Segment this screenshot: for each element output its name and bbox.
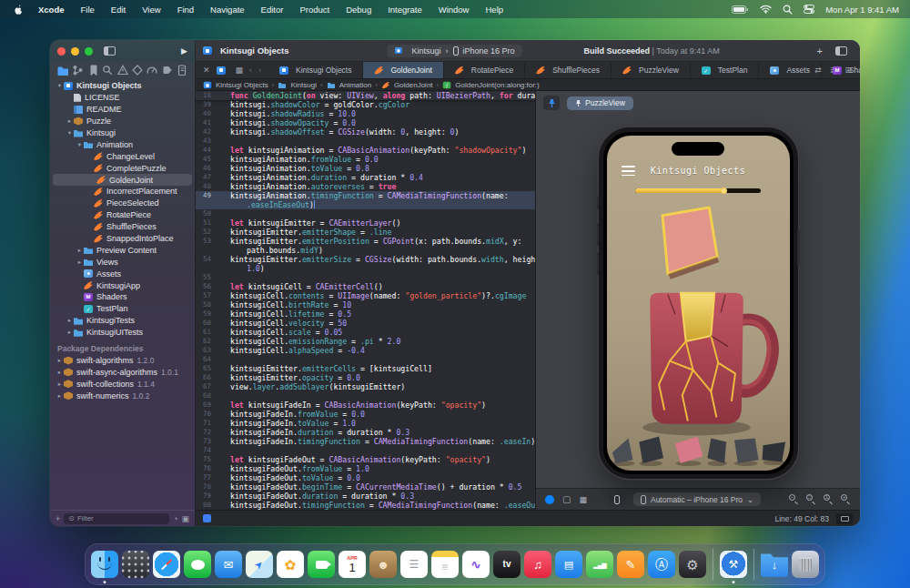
tree-item-goldenjoint[interactable]: GoldenJoint xyxy=(53,174,192,186)
tree-item-puzzle[interactable]: ▸Puzzle xyxy=(50,116,195,127)
menu-editor[interactable]: Editor xyxy=(254,3,291,16)
breadcrumb-item[interactable]: Kintsugi xyxy=(278,81,316,89)
control-center-icon[interactable] xyxy=(804,5,814,14)
code-line[interactable]: 44let kintsugiAnimation = CABasicAnimati… xyxy=(196,146,535,155)
run-destination[interactable]: iPhone 16 Pro xyxy=(463,46,515,56)
menu-navigate[interactable]: Navigate xyxy=(203,3,252,16)
dock-launchpad-icon[interactable] xyxy=(122,551,149,578)
disclosure-right-icon[interactable]: ▸ xyxy=(76,259,84,266)
navigator-tests-icon[interactable] xyxy=(132,65,143,76)
code-line[interactable]: 68 xyxy=(196,391,535,400)
close-tab-icon[interactable]: ✕ xyxy=(203,66,210,75)
menu-file[interactable]: File xyxy=(74,3,102,16)
tree-item-readme[interactable]: README xyxy=(50,104,195,116)
code-line[interactable]: 40kintsugi.shadowRadius = 10.0 xyxy=(196,109,535,118)
code-line[interactable]: 47kintsugiAnimation.duration = duration … xyxy=(196,173,535,182)
code-line[interactable]: 58kintsugiCell.birthRate = 10 xyxy=(196,300,535,309)
code-line[interactable]: 79kintsugiFadeOut.duration = duration * … xyxy=(196,492,535,501)
dock-keynote-icon[interactable]: ▤ xyxy=(555,551,582,578)
simulator-keyboard-icon[interactable] xyxy=(836,513,853,524)
code-line[interactable]: 77kintsugiFadeOut.toValue = 0.0 xyxy=(196,473,535,482)
related-items-icon[interactable]: ⇄ xyxy=(814,66,822,75)
code-line[interactable]: 45kintsugiAnimation.fromValue = 0.0 xyxy=(196,155,535,164)
tab-puzzleview[interactable]: PuzzleView xyxy=(612,62,691,78)
tree-item-testplan[interactable]: ✓TestPlan xyxy=(50,303,195,315)
navigator-source-control-icon[interactable] xyxy=(72,65,83,76)
code-line[interactable]: 75let kintsugiFadeOut = CABasicAnimation… xyxy=(196,455,535,464)
code-line[interactable]: 70kintsugiFadeIn.fromValue = 0.0 xyxy=(196,410,535,419)
disclosure-right-icon[interactable]: ▸ xyxy=(56,380,64,388)
dock-maps-icon[interactable]: ➤ xyxy=(246,551,273,578)
tree-item-shufflepieces[interactable]: ShufflePieces xyxy=(50,221,195,233)
tree-item-kintsugi[interactable]: ▾Kintsugi xyxy=(50,127,195,139)
disclosure-right-icon[interactable]: ▸ xyxy=(66,329,74,336)
zoom-out-button[interactable]: − xyxy=(789,494,799,504)
breadcrumb-item[interactable]: GoldenJoint xyxy=(381,81,433,89)
code-line[interactable]: 56let kintsugiCell = CAEmitterCell() xyxy=(196,282,535,291)
disclosure-right-icon[interactable]: ▸ xyxy=(66,117,74,125)
code-line[interactable]: 57kintsugiCell.contents = UIImage(named:… xyxy=(196,291,535,300)
menu-xcode[interactable]: Xcode xyxy=(31,3,72,16)
tree-item-incorrectplacement[interactable]: IncorrectPlacement xyxy=(50,186,195,198)
code-line[interactable]: 76kintsugiFadeOut.fromValue = 1.0 xyxy=(196,464,535,473)
search-icon[interactable] xyxy=(783,5,793,15)
tree-item-pieceselected[interactable]: PieceSelected xyxy=(50,198,195,209)
tree-item-assets[interactable]: Assets xyxy=(50,268,195,279)
tree-item-kintsugi-objects[interactable]: ▾Kintsugi Objects xyxy=(50,80,195,92)
code-line[interactable]: 59kintsugiCell.lifetime = 0.5 xyxy=(196,309,535,319)
menu-product[interactable]: Product xyxy=(292,3,337,16)
menu-view[interactable]: View xyxy=(135,3,167,16)
device-settings-button[interactable] xyxy=(609,492,625,507)
code-line[interactable]: 46kintsugiAnimation.toValue = 0.8 xyxy=(196,164,535,173)
code-line[interactable]: 71kintsugiFadeIn.toValue = 1.0 xyxy=(196,419,535,428)
disclosure-down-icon[interactable]: ▾ xyxy=(56,82,64,89)
dock-appstore-icon[interactable]: Ⓐ xyxy=(648,551,675,578)
dock-notes-icon[interactable]: ≣ xyxy=(431,551,459,578)
disclosure-down-icon[interactable]: ▾ xyxy=(76,141,84,148)
tab-overview-icon[interactable]: ▦ xyxy=(236,66,244,75)
code-line[interactable]: 62kintsugiCell.emissionRange = .pi * 2.0 xyxy=(196,337,535,346)
tree-item-animation[interactable]: ▾Animation xyxy=(50,138,195,150)
code-line[interactable]: 60kintsugiCell.velocity = 50 xyxy=(196,319,535,328)
sticky-scope-header[interactable]: 18func GoldenJoint(on view: UIView, alon… xyxy=(196,91,535,100)
scheme-selector[interactable]: Kintsugi › iPhone 16 Pro xyxy=(387,45,521,57)
dock-music-icon[interactable]: ♫ xyxy=(524,551,551,578)
disclosure-right-icon[interactable]: ▸ xyxy=(56,392,64,400)
dock-facetime-icon[interactable] xyxy=(308,551,335,578)
tree-item-swift-async-algorithms[interactable]: ▸swift-async-algorithms1.0.1 xyxy=(50,366,195,378)
filter-field[interactable]: ⊙ Filter xyxy=(64,513,169,524)
dock-pages-icon[interactable]: ✎ xyxy=(617,551,644,578)
close-window-button[interactable] xyxy=(57,47,66,56)
add-editor-icon[interactable]: ⊞ xyxy=(844,66,852,75)
disclosure-right-icon[interactable]: ▸ xyxy=(56,357,64,364)
tree-item-shaders[interactable]: MShaders xyxy=(50,291,195,303)
battery-icon[interactable] xyxy=(732,5,749,14)
code-line[interactable]: 69let kintsugiFadeIn = CABasicAnimation(… xyxy=(196,400,535,410)
tab-shufflepieces[interactable]: ShufflePieces xyxy=(525,62,612,78)
code-line[interactable]: 1.0) xyxy=(196,264,535,273)
disclosure-right-icon[interactable]: ▸ xyxy=(56,369,64,376)
breadcrumb-item[interactable]: Kintsugi Objects xyxy=(203,81,268,89)
disclosure-right-icon[interactable]: ▸ xyxy=(66,317,74,324)
code-line[interactable]: 80kintsugiFadeOut.timingFunction = CAMed… xyxy=(196,501,535,510)
dock-xcode-icon[interactable]: ⚒ xyxy=(720,551,747,578)
menu-bar-clock[interactable]: Mon Apr 1 9:41 AM xyxy=(825,5,899,15)
code-line[interactable]: 53kintsugiEmitter.emitterPosition = CGPo… xyxy=(196,237,535,246)
navigator-find-icon[interactable] xyxy=(102,65,113,76)
code-line[interactable]: 65kintsugiEmitter.emitterCells = [kintsu… xyxy=(196,364,535,373)
tree-item-swift-numerics[interactable]: ▸swift-numerics1.0.2 xyxy=(50,390,195,401)
menu-help[interactable]: Help xyxy=(478,3,511,16)
variants-mode-button[interactable]: ▦ xyxy=(579,495,587,504)
menu-find[interactable]: Find xyxy=(170,3,201,16)
tree-item-kintsugiapp[interactable]: KintsugiApp xyxy=(50,279,195,291)
code-line[interactable]: 61kintsugiCell.scale = 0.05 xyxy=(196,328,535,337)
dock-trash-icon[interactable] xyxy=(792,551,819,578)
hamburger-menu-icon[interactable] xyxy=(622,166,635,176)
pin-preview-button[interactable] xyxy=(543,96,560,110)
toggle-inspector-icon[interactable] xyxy=(835,46,847,56)
menu-debug[interactable]: Debug xyxy=(339,3,379,16)
code-line[interactable]: path.bounds.midY) xyxy=(196,246,535,255)
navigator-issues-icon[interactable] xyxy=(117,65,128,76)
tree-item-snappedintoplace[interactable]: SnappedIntoPlace xyxy=(50,233,195,245)
navigator-debug-icon[interactable] xyxy=(147,65,157,76)
